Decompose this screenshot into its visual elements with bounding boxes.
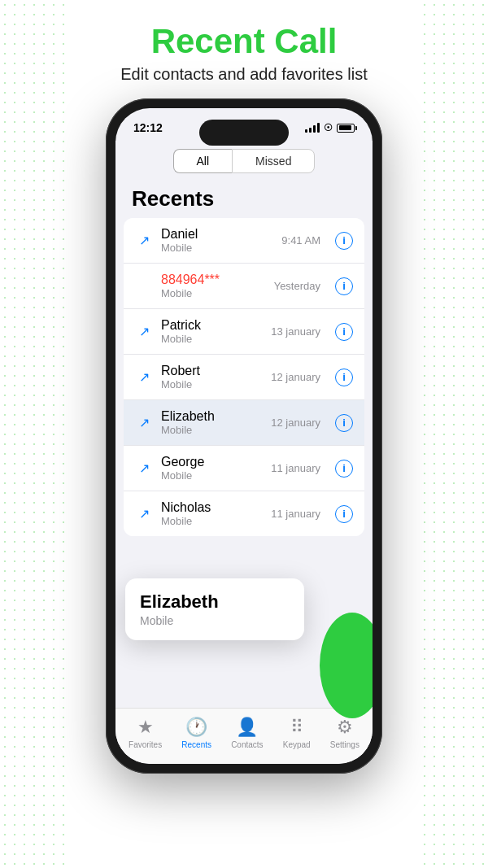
call-info: Robert Mobile (161, 364, 263, 390)
call-direction-icon: ↗ (135, 233, 153, 248)
battery-icon (337, 124, 355, 133)
popup-contact-name: Elizabeth (140, 591, 290, 613)
contact-name: Nicholas (161, 500, 263, 515)
tab-missed[interactable]: Missed (232, 149, 315, 173)
contact-popup: Elizabeth Mobile (125, 578, 304, 640)
call-time: 11 january (271, 508, 320, 520)
favorites-icon: ★ (137, 717, 154, 738)
nav-label-favorites: Favorites (129, 740, 162, 749)
call-info: Nicholas Mobile (161, 500, 263, 527)
settings-icon: ⚙ (337, 717, 353, 738)
contact-name: George (161, 455, 263, 469)
info-button[interactable]: i (335, 460, 353, 478)
call-direction-icon: ↗ (135, 369, 153, 385)
status-time: 12:12 (133, 121, 163, 134)
call-item-patrick: ↗ Patrick Mobile 13 january i (124, 309, 364, 355)
nav-keypad[interactable]: ⠿ Keypad (283, 717, 311, 749)
call-time: 13 january (271, 325, 320, 338)
call-time: 12 january (271, 417, 320, 429)
phone-frame: 12:12 ☉ All (106, 98, 382, 774)
call-item-daniel: ↗ Daniel Mobile 9:41 AM i (124, 218, 364, 264)
call-info: 884964*** Mobile (161, 273, 266, 299)
contact-type: Mobile (161, 469, 263, 482)
nav-label-settings: Settings (330, 740, 359, 749)
contact-name: Elizabeth (161, 409, 263, 424)
call-time: 12 january (271, 371, 320, 383)
nav-settings[interactable]: ⚙ Settings (330, 717, 359, 749)
call-item-elizabeth: ↗ Elizabeth Mobile 12 january i (124, 400, 364, 446)
recents-icon: 🕐 (185, 717, 207, 738)
keypad-icon: ⠿ (290, 717, 303, 738)
nav-label-recents: Recents (181, 740, 211, 749)
contact-name-missed: 884964*** (161, 273, 266, 287)
info-button[interactable]: i (335, 277, 353, 295)
call-time: Yesterday (274, 280, 320, 292)
call-direction-icon: ↗ (135, 415, 153, 430)
nav-label-keypad: Keypad (283, 740, 311, 749)
recents-title: Recents (115, 178, 373, 218)
contact-type: Mobile (161, 242, 273, 254)
contact-name: Robert (161, 364, 263, 378)
call-info: Patrick Mobile (161, 318, 263, 345)
dynamic-island (199, 120, 289, 146)
call-time: 11 january (271, 462, 320, 474)
popup-contact-type: Mobile (140, 614, 290, 627)
call-item-robert: ↗ Robert Mobile 12 january i (124, 355, 364, 400)
nav-recents[interactable]: 🕐 Recents (181, 717, 211, 749)
info-button[interactable]: i (335, 505, 353, 523)
call-item-nicholas: ↗ Nicholas Mobile 11 january i (124, 491, 364, 536)
contact-type: Mobile (161, 378, 263, 390)
phone-mockup: 12:12 ☉ All (0, 98, 488, 774)
call-time: 9:41 AM (281, 234, 320, 246)
contact-type: Mobile (161, 287, 266, 299)
call-item-unknown: 884964*** Mobile Yesterday i (124, 264, 364, 309)
nav-contacts[interactable]: 👤 Contacts (231, 717, 263, 749)
call-info: George Mobile (161, 455, 263, 482)
bottom-nav: ★ Favorites 🕐 Recents 👤 Contacts ⠿ Keypa… (115, 708, 373, 764)
contact-type: Mobile (161, 333, 263, 345)
call-item-george: ↗ George Mobile 11 january i (124, 446, 364, 491)
call-direction-icon: ↗ (135, 460, 153, 476)
info-button[interactable]: i (335, 369, 353, 386)
page-title: Recent Call (0, 23, 488, 60)
contacts-icon: 👤 (236, 717, 258, 738)
contact-type: Mobile (161, 515, 263, 527)
nav-favorites[interactable]: ★ Favorites (129, 717, 162, 749)
call-direction-icon: ↗ (135, 506, 153, 521)
tab-bar: All Missed (115, 141, 373, 178)
tab-all[interactable]: All (173, 149, 233, 173)
status-icons: ☉ (305, 122, 355, 133)
phone-screen: 12:12 ☉ All (115, 108, 373, 764)
call-info: Elizabeth Mobile (161, 409, 263, 436)
contact-type: Mobile (161, 424, 263, 436)
call-list: ↗ Daniel Mobile 9:41 AM i 884964*** (124, 218, 364, 536)
info-button[interactable]: i (335, 414, 353, 432)
signal-icon (305, 123, 320, 133)
nav-label-contacts: Contacts (231, 740, 263, 749)
info-button[interactable]: i (335, 323, 353, 341)
page-subtitle: Edit contacts and add favorites list (0, 65, 488, 84)
call-direction-icon: ↗ (135, 324, 153, 339)
page-header: Recent Call Edit contacts and add favori… (0, 0, 488, 84)
wifi-icon: ☉ (324, 122, 333, 133)
info-button[interactable]: i (335, 232, 353, 250)
call-info: Daniel Mobile (161, 227, 273, 254)
contact-name: Daniel (161, 227, 273, 242)
contact-name: Patrick (161, 318, 263, 333)
